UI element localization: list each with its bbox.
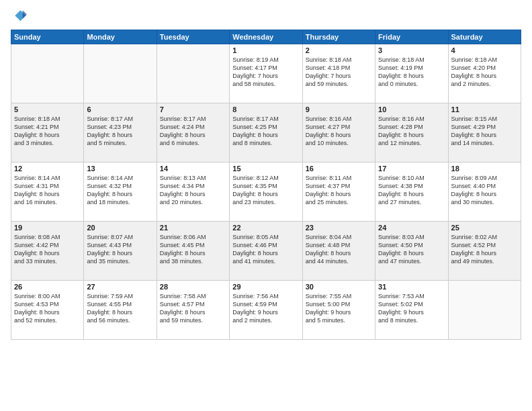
day-number: 8 <box>232 105 299 113</box>
day-number: 29 <box>232 283 299 291</box>
cell-text: Sunrise: 8:13 AMSunset: 4:34 PMDaylight:… <box>160 174 226 207</box>
day-cell: 3Sunrise: 8:18 AMSunset: 4:19 PMDaylight… <box>375 44 448 103</box>
day-cell: 20Sunrise: 8:07 AMSunset: 4:43 PMDayligh… <box>84 222 157 281</box>
day-cell: 27Sunrise: 7:59 AMSunset: 4:55 PMDayligh… <box>84 281 157 340</box>
day-cell: 22Sunrise: 8:05 AMSunset: 4:46 PMDayligh… <box>230 222 302 281</box>
cell-text: Sunrise: 8:02 AMSunset: 4:52 PMDaylight:… <box>451 233 518 266</box>
header-cell-friday: Friday <box>375 30 448 44</box>
cell-text: Sunrise: 8:18 AMSunset: 4:21 PMDaylight:… <box>14 115 81 148</box>
cell-text: Sunrise: 8:08 AMSunset: 4:42 PMDaylight:… <box>14 233 81 266</box>
header-cell-thursday: Thursday <box>302 30 375 44</box>
page: SundayMondayTuesdayWednesdayThursdayFrid… <box>0 0 532 411</box>
day-cell: 29Sunrise: 7:56 AMSunset: 4:59 PMDayligh… <box>230 281 302 340</box>
header-cell-sunday: Sunday <box>11 30 84 44</box>
cell-text: Sunrise: 8:12 AMSunset: 4:35 PMDaylight:… <box>232 174 299 207</box>
day-cell: 14Sunrise: 8:13 AMSunset: 4:34 PMDayligh… <box>157 163 229 222</box>
cell-text: Sunrise: 8:09 AMSunset: 4:40 PMDaylight:… <box>451 174 518 207</box>
cell-text: Sunrise: 8:18 AMSunset: 4:18 PMDaylight:… <box>306 56 372 89</box>
cell-text: Sunrise: 8:00 AMSunset: 4:53 PMDaylight:… <box>14 292 81 325</box>
calendar-table: SundayMondayTuesdayWednesdayThursdayFrid… <box>11 30 521 340</box>
cell-text: Sunrise: 8:17 AMSunset: 4:25 PMDaylight:… <box>232 115 299 148</box>
day-cell: 7Sunrise: 8:17 AMSunset: 4:24 PMDaylight… <box>157 103 229 163</box>
cell-text: Sunrise: 8:14 AMSunset: 4:31 PMDaylight:… <box>14 174 81 207</box>
cell-text: Sunrise: 8:17 AMSunset: 4:23 PMDaylight:… <box>87 115 153 148</box>
cell-text: Sunrise: 7:58 AMSunset: 4:57 PMDaylight:… <box>160 292 226 325</box>
day-number: 21 <box>160 224 226 232</box>
day-number: 18 <box>451 165 518 173</box>
day-number: 25 <box>451 224 518 232</box>
day-cell: 26Sunrise: 8:00 AMSunset: 4:53 PMDayligh… <box>11 281 84 340</box>
header <box>11 8 521 24</box>
day-cell: 4Sunrise: 8:18 AMSunset: 4:20 PMDaylight… <box>448 44 521 103</box>
day-number: 13 <box>87 165 153 173</box>
calendar-row: 26Sunrise: 8:00 AMSunset: 4:53 PMDayligh… <box>11 281 521 340</box>
day-number: 3 <box>378 46 445 54</box>
cell-text: Sunrise: 8:05 AMSunset: 4:46 PMDaylight:… <box>232 233 299 266</box>
day-number: 30 <box>306 283 372 291</box>
day-number: 9 <box>306 105 372 113</box>
day-number: 23 <box>306 224 372 232</box>
cell-text: Sunrise: 8:10 AMSunset: 4:38 PMDaylight:… <box>378 174 445 207</box>
day-cell: 10Sunrise: 8:16 AMSunset: 4:28 PMDayligh… <box>375 103 448 163</box>
svg-marker-1 <box>23 10 27 19</box>
cell-text: Sunrise: 8:15 AMSunset: 4:29 PMDaylight:… <box>451 115 518 148</box>
day-number: 17 <box>378 165 445 173</box>
cell-text: Sunrise: 8:16 AMSunset: 4:27 PMDaylight:… <box>306 115 372 148</box>
day-number: 2 <box>306 46 372 54</box>
day-number: 24 <box>378 224 445 232</box>
day-number: 7 <box>160 105 226 113</box>
day-cell: 2Sunrise: 8:18 AMSunset: 4:18 PMDaylight… <box>302 44 375 103</box>
cell-text: Sunrise: 8:19 AMSunset: 4:17 PMDaylight:… <box>232 56 299 89</box>
calendar-row: 1Sunrise: 8:19 AMSunset: 4:17 PMDaylight… <box>11 44 521 103</box>
day-cell <box>84 44 157 103</box>
day-number: 26 <box>14 283 81 291</box>
cell-text: Sunrise: 7:56 AMSunset: 4:59 PMDaylight:… <box>232 292 299 325</box>
cell-text: Sunrise: 7:55 AMSunset: 5:00 PMDaylight:… <box>306 292 372 325</box>
calendar-row: 19Sunrise: 8:08 AMSunset: 4:42 PMDayligh… <box>11 222 521 281</box>
day-cell: 6Sunrise: 8:17 AMSunset: 4:23 PMDaylight… <box>84 103 157 163</box>
day-cell: 25Sunrise: 8:02 AMSunset: 4:52 PMDayligh… <box>448 222 521 281</box>
day-cell: 15Sunrise: 8:12 AMSunset: 4:35 PMDayligh… <box>230 163 302 222</box>
day-number: 31 <box>378 283 445 291</box>
day-number: 5 <box>14 105 81 113</box>
day-number: 27 <box>87 283 153 291</box>
day-number: 12 <box>14 165 81 173</box>
day-cell: 21Sunrise: 8:06 AMSunset: 4:45 PMDayligh… <box>157 222 229 281</box>
cell-text: Sunrise: 8:03 AMSunset: 4:50 PMDaylight:… <box>378 233 445 266</box>
cell-text: Sunrise: 7:53 AMSunset: 5:02 PMDaylight:… <box>378 292 445 325</box>
header-row: SundayMondayTuesdayWednesdayThursdayFrid… <box>11 30 521 44</box>
day-number: 19 <box>14 224 81 232</box>
day-number: 20 <box>87 224 153 232</box>
day-cell <box>11 44 84 103</box>
day-cell <box>157 44 229 103</box>
day-cell: 8Sunrise: 8:17 AMSunset: 4:25 PMDaylight… <box>230 103 302 163</box>
day-cell: 23Sunrise: 8:04 AMSunset: 4:48 PMDayligh… <box>302 222 375 281</box>
day-number: 14 <box>160 165 226 173</box>
day-cell: 5Sunrise: 8:18 AMSunset: 4:21 PMDaylight… <box>11 103 84 163</box>
day-number: 4 <box>451 46 518 54</box>
cell-text: Sunrise: 8:18 AMSunset: 4:20 PMDaylight:… <box>451 56 518 89</box>
day-cell: 18Sunrise: 8:09 AMSunset: 4:40 PMDayligh… <box>448 163 521 222</box>
day-cell: 19Sunrise: 8:08 AMSunset: 4:42 PMDayligh… <box>11 222 84 281</box>
header-cell-saturday: Saturday <box>448 30 521 44</box>
cell-text: Sunrise: 8:04 AMSunset: 4:48 PMDaylight:… <box>306 233 372 266</box>
cell-text: Sunrise: 8:14 AMSunset: 4:32 PMDaylight:… <box>87 174 153 207</box>
cell-text: Sunrise: 8:06 AMSunset: 4:45 PMDaylight:… <box>160 233 226 266</box>
day-cell: 30Sunrise: 7:55 AMSunset: 5:00 PMDayligh… <box>302 281 375 340</box>
day-cell: 9Sunrise: 8:16 AMSunset: 4:27 PMDaylight… <box>302 103 375 163</box>
day-cell: 16Sunrise: 8:11 AMSunset: 4:37 PMDayligh… <box>302 163 375 222</box>
day-cell: 12Sunrise: 8:14 AMSunset: 4:31 PMDayligh… <box>11 163 84 222</box>
logo-icon <box>11 8 27 24</box>
header-cell-wednesday: Wednesday <box>230 30 302 44</box>
calendar-row: 12Sunrise: 8:14 AMSunset: 4:31 PMDayligh… <box>11 163 521 222</box>
day-cell: 28Sunrise: 7:58 AMSunset: 4:57 PMDayligh… <box>157 281 229 340</box>
day-cell <box>448 281 521 340</box>
logo <box>11 8 30 24</box>
cell-text: Sunrise: 7:59 AMSunset: 4:55 PMDaylight:… <box>87 292 153 325</box>
day-number: 22 <box>232 224 299 232</box>
calendar-row: 5Sunrise: 8:18 AMSunset: 4:21 PMDaylight… <box>11 103 521 163</box>
day-cell: 11Sunrise: 8:15 AMSunset: 4:29 PMDayligh… <box>448 103 521 163</box>
day-cell: 31Sunrise: 7:53 AMSunset: 5:02 PMDayligh… <box>375 281 448 340</box>
day-number: 10 <box>378 105 445 113</box>
day-number: 11 <box>451 105 518 113</box>
